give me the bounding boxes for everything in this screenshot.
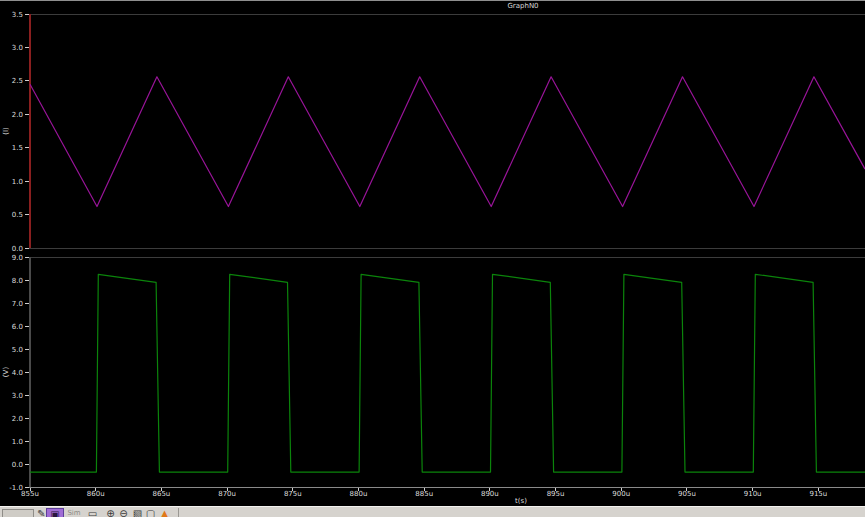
panel-bottom-x-tick-label: 880u — [350, 490, 368, 498]
panel-top-y-axis-label: (I) — [2, 127, 10, 135]
status-box — [2, 509, 34, 517]
selected-tool-button[interactable]: ▣ — [46, 508, 64, 517]
zoom-region-icon[interactable]: ▧ — [131, 508, 144, 517]
warning-icon[interactable]: ▲ — [158, 508, 171, 517]
plot-area[interactable]: 0.00.51.01.52.02.53.03.5(I)-1.00.01.02.0… — [0, 0, 865, 506]
zoom-out-icon[interactable]: ⊖ — [117, 508, 130, 517]
panel-bottom-x-tick-label: 910u — [744, 490, 762, 498]
panel-bottom-x-tick-label: 855u — [21, 490, 39, 498]
panel-bottom-x-axis-label: t(s) — [515, 497, 527, 505]
graph-window: GraphN0 0.00.51.01.52.02.53.03.5(I)-1.00… — [0, 0, 865, 517]
panel-bottom-y-tick-label: 2.0 — [12, 415, 23, 423]
panel-top-y-tick-label: 1.5 — [12, 144, 23, 152]
bottom-toolbar: ✎ ▣ Sim ▭ ⊕ ⊖ ▧ ▢ ▲ — [0, 506, 865, 517]
panel-bottom-y-tick-label: 6.0 — [12, 323, 23, 331]
panel-top-y-tick-label: 0.0 — [12, 245, 23, 253]
toolbar-label: Sim — [64, 508, 84, 517]
panel-bottom-x-tick-label: 905u — [678, 490, 696, 498]
panel-bottom-y-tick-label: 9.0 — [12, 254, 23, 262]
panel-bottom-y-axis-label: (V) — [2, 367, 10, 378]
triangle-wave-trace — [30, 77, 865, 207]
panel-bottom-x-tick-label: 865u — [152, 490, 170, 498]
panel-bottom-x-tick-label: 900u — [612, 490, 630, 498]
panel-top-y-tick-label: 3.0 — [12, 44, 23, 52]
display-icon[interactable]: ▭ — [86, 508, 99, 517]
panel-bottom-y-tick-label: 7.0 — [12, 300, 23, 308]
panel-bottom-x-tick-label: 860u — [87, 490, 105, 498]
panel-bottom-y-tick-label: 1.0 — [12, 438, 23, 446]
selected-tool-icon: ▣ — [50, 509, 59, 517]
panel-bottom-y-tick-label: 3.0 — [12, 392, 23, 400]
square-wave-trace — [30, 274, 865, 472]
panel-top-y-tick-label: 1.0 — [12, 178, 23, 186]
panel-top-y-tick-label: 0.5 — [12, 211, 23, 219]
panel-top-y-tick-label: 2.0 — [12, 111, 23, 119]
panel-bottom-y-tick-label: 4.0 — [12, 369, 23, 377]
fit-view-icon[interactable]: ▢ — [144, 508, 157, 517]
panel-top-y-tick-label: 3.5 — [12, 11, 23, 19]
panel-bottom-y-tick-label: 5.0 — [12, 346, 23, 354]
panel-bottom-y-tick-label: 8.0 — [12, 277, 23, 285]
toolbar-separator — [178, 508, 179, 517]
panel-bottom-x-tick-label: 885u — [415, 490, 433, 498]
panel-bottom-x-tick-label: 870u — [218, 490, 236, 498]
panel-bottom-x-tick-label: 875u — [284, 490, 302, 498]
panel-bottom-x-tick-label: 915u — [809, 490, 827, 498]
panel-bottom-x-tick-label: 895u — [547, 490, 565, 498]
panel-bottom-x-tick-label: 890u — [481, 490, 499, 498]
panel-bottom-y-tick-label: 0.0 — [12, 461, 23, 469]
zoom-in-icon[interactable]: ⊕ — [104, 508, 117, 517]
panel-top-y-tick-label: 2.5 — [12, 77, 23, 85]
